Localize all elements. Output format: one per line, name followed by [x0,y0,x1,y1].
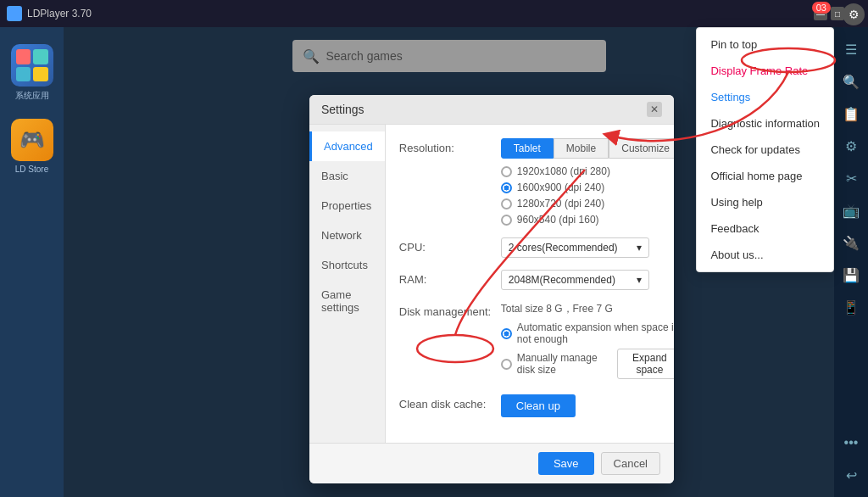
res-option-0[interactable]: 1920x1080 (dpi 280) [501,165,674,177]
cpu-select[interactable]: 2 cores(Recommended) ▾ [501,237,649,258]
res-label-1: 1600x900 (dpi 240) [517,181,604,193]
disk-label: Disk management: [399,302,501,318]
disk-auto-label: Automatic expansion when space is not en… [517,321,674,345]
sidebar-icon-more[interactable]: ••• [836,427,866,458]
app-logo [7,6,22,21]
ldstore-icon: 🎮 [11,119,53,161]
resolution-control: Tablet Mobile Customize 1920x1080 (dpi 2… [501,138,674,226]
gear-button[interactable]: ⚙ [843,3,865,25]
sysapp-dot-1 [16,49,31,64]
dropdown-menu: Pin to top Display Frame Rate Settings D… [696,27,834,272]
res-label-2: 1280x720 (dpi 240) [517,198,604,209]
sidebar-icon-display[interactable]: 📺 [836,195,866,226]
dropdown-using-help[interactable]: Using help [697,189,833,215]
sidebar-item-sysapp[interactable]: 系统应用 [11,44,53,102]
disk-radio-auto-circle [501,328,512,339]
disk-info: Total size 8 G，Free 7 G [501,302,674,316]
res-label-0: 1920x1080 (dpi 280) [517,165,610,177]
sidebar-icon-menu[interactable]: ☰ [836,34,866,64]
ram-control: 2048M(Recommended) ▾ [501,270,674,290]
nav-item-basic[interactable]: Basic [309,161,385,191]
res-radio-1 [501,182,512,193]
dialog-title-bar: Settings ✕ [309,95,674,125]
dropdown-settings[interactable]: Settings [697,84,833,110]
resolution-tabs: Tablet Mobile Customize [501,138,674,159]
disk-row: Disk management: Total size 8 G，Free 7 G… [399,302,674,383]
dropdown-diagnostic[interactable]: Diagnostic information [697,110,833,137]
sidebar-icon-list[interactable]: 📋 [836,98,866,129]
sidebar-icon-scissors[interactable]: ✂ [836,163,866,193]
notification-badge: 03 [812,2,831,14]
ram-chevron-icon: ▾ [637,274,642,286]
sidebar-icon-gear[interactable]: ⚙ [836,131,866,161]
res-radio-0 [501,166,512,177]
cpu-control: 2 cores(Recommended) ▾ [501,237,674,258]
sidebar-item-ldstore[interactable]: 🎮 LD Store [11,119,53,174]
tab-customize[interactable]: Customize [609,138,674,159]
expand-space-button[interactable]: Expand space [617,349,674,379]
sidebar-icon-search[interactable]: 🔍 [836,66,866,97]
cpu-row: CPU: 2 cores(Recommended) ▾ [399,237,674,258]
sidebar-icon-plugin[interactable]: 🔌 [836,227,866,258]
clean-disk-row: Clean disk cache: Clean up [399,394,674,417]
sysapp-label: 系统应用 [15,90,49,102]
sysapp-dot-3 [16,67,31,82]
tab-mobile[interactable]: Mobile [554,138,609,159]
dropdown-display-frame-rate[interactable]: Display Frame Rate [697,58,833,84]
disk-manual-label: Manually manage disk size [517,352,605,376]
res-radio-3 [501,215,512,226]
ram-select[interactable]: 2048M(Recommended) ▾ [501,270,649,290]
sysapp-dot-2 [33,49,48,64]
dialog-sidebar: Advanced Basic Properties Network Shortc… [309,125,386,443]
dropdown-about[interactable]: About us... [697,242,833,268]
res-option-2[interactable]: 1280x720 (dpi 240) [501,198,674,209]
dialog-title: Settings [321,103,364,116]
cpu-label: CPU: [399,237,501,254]
nav-item-advanced[interactable]: Advanced [309,131,385,161]
clean-disk-control: Clean up [501,394,674,417]
cleanup-button[interactable]: Clean up [501,394,576,417]
ldstore-label: LD Store [15,165,48,174]
sidebar-icon-phone[interactable]: 📱 [836,292,866,322]
dialog-footer: Save Cancel [309,443,674,483]
dropdown-pin-to-top[interactable]: Pin to top [697,31,833,58]
dropdown-check-updates[interactable]: Check for updates [697,137,833,163]
ram-row: RAM: 2048M(Recommended) ▾ [399,270,674,290]
ram-select-value: 2048M(Recommended) [509,274,615,286]
clean-disk-label: Clean disk cache: [399,394,501,410]
disk-radio-manual-circle [501,359,512,370]
ram-label: RAM: [399,270,501,286]
cpu-select-value: 2 cores(Recommended) [509,242,618,254]
resolution-options: 1920x1080 (dpi 280) 1600x900 (dpi 240) 1… [501,165,674,226]
save-button[interactable]: Save [538,452,594,475]
disk-radio-manual: Manually manage disk size Expand space [501,349,674,379]
sysapp-dot-4 [33,67,48,82]
disk-control: Total size 8 G，Free 7 G Automatic expans… [501,302,674,383]
tab-tablet[interactable]: Tablet [501,138,554,159]
settings-dialog: Settings ✕ Advanced Basic Properties Net… [309,95,674,483]
nav-item-network[interactable]: Network [309,221,385,250]
cpu-chevron-icon: ▾ [637,242,642,254]
cancel-button[interactable]: Cancel [601,452,660,475]
dialog-close-button[interactable]: ✕ [647,102,662,117]
resolution-row: Resolution: Tablet Mobile Customize [399,138,674,226]
left-sidebar: 系统应用 🎮 LD Store [0,27,64,497]
dropdown-official-home[interactable]: Official home page [697,163,833,189]
sidebar-icon-save[interactable]: 💾 [836,260,866,290]
nav-item-properties[interactable]: Properties [309,191,385,221]
sidebar-icon-back[interactable]: ↩ [836,460,866,490]
right-sidebar: ☰ 🔍 📋 ⚙ ✂ 📺 🔌 💾 📱 ••• ↩ [834,27,868,497]
res-radio-2 [501,198,512,209]
dialog-main: Resolution: Tablet Mobile Customize [386,125,674,443]
title-bar: LDPlayer 3.70 — □ ✕ [0,0,868,27]
disk-radio-auto: Automatic expansion when space is not en… [501,321,674,345]
dropdown-feedback[interactable]: Feedback [697,215,833,242]
res-option-1[interactable]: 1600x900 (dpi 240) [501,181,674,193]
title-bar-text: LDPlayer 3.70 [27,8,814,20]
resolution-label: Resolution: [399,138,501,154]
sysapp-icon [11,44,53,87]
nav-item-game-settings[interactable]: Game settings [309,280,385,322]
nav-item-shortcuts[interactable]: Shortcuts [309,250,385,280]
dialog-body: Advanced Basic Properties Network Shortc… [309,125,674,443]
res-option-3[interactable]: 960x540 (dpi 160) [501,214,674,226]
